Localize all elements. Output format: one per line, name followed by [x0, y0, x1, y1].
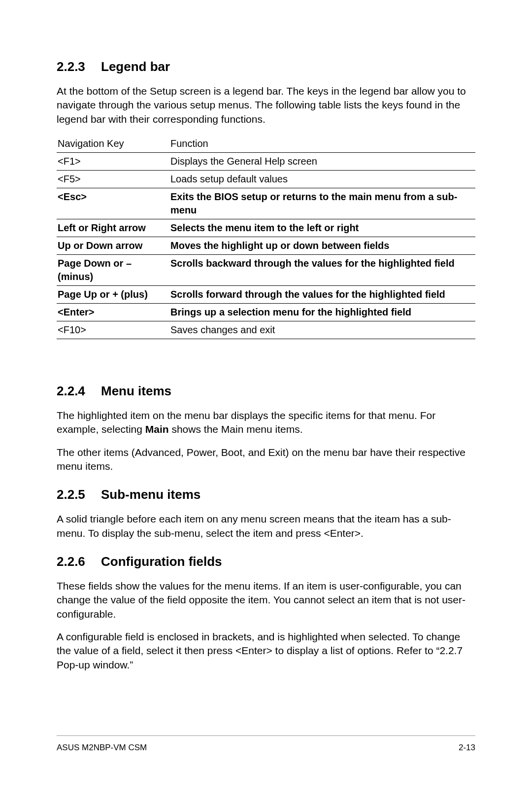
- func-cell: Scrolls forward through the values for t…: [169, 286, 475, 304]
- table-header-row: Navigation Key Function: [57, 135, 475, 153]
- key-cell: Page Down or – (minus): [57, 255, 169, 286]
- footer-divider: [57, 735, 475, 736]
- heading-225-title: Sub-menu items: [101, 487, 200, 502]
- footer-product-name: ASUS M2NBP-VM CSM: [57, 743, 147, 753]
- heading-224: 2.2.4Menu items: [57, 384, 475, 399]
- table-row: <F1> Displays the General Help screen: [57, 153, 475, 171]
- table-header-key: Navigation Key: [57, 135, 169, 153]
- key-cell: <F10>: [57, 321, 169, 339]
- func-cell: Displays the General Help screen: [169, 153, 475, 171]
- table-row: <F10> Saves changes and exit: [57, 321, 475, 339]
- func-cell: Scrolls backward through the values for …: [169, 255, 475, 286]
- heading-224-number: 2.2.4: [57, 384, 101, 399]
- paragraph-226-2: A configurable field is enclosed in brac…: [57, 630, 475, 672]
- key-cell: Up or Down arrow: [57, 237, 169, 255]
- heading-226-title: Configuration fields: [101, 554, 222, 569]
- footer-page-number: 2-13: [459, 743, 475, 753]
- func-cell: Exits the BIOS setup or returns to the m…: [169, 188, 475, 219]
- heading-225: 2.2.5Sub-menu items: [57, 487, 475, 502]
- heading-226: 2.2.6Configuration fields: [57, 554, 475, 569]
- key-cell: <F1>: [57, 153, 169, 171]
- table-header-func: Function: [169, 135, 475, 153]
- heading-225-number: 2.2.5: [57, 487, 101, 502]
- func-cell: Brings up a selection menu for the highl…: [169, 304, 475, 321]
- table-row: Page Up or + (plus) Scrolls forward thro…: [57, 286, 475, 304]
- table-row: Left or Right arrow Selects the menu ite…: [57, 219, 475, 237]
- table-row: Page Down or – (minus) Scrolls backward …: [57, 255, 475, 286]
- heading-224-title: Menu items: [101, 384, 171, 398]
- table-row: <F5> Loads setup default values: [57, 171, 475, 188]
- func-cell: Selects the menu item to the left or rig…: [169, 219, 475, 237]
- navigation-keys-table: Navigation Key Function <F1> Displays th…: [57, 135, 475, 339]
- table-row: <Enter> Brings up a selection menu for t…: [57, 304, 475, 321]
- key-cell: Page Up or + (plus): [57, 286, 169, 304]
- paragraph-223-intro: At the bottom of the Setup screen is a l…: [57, 84, 475, 126]
- func-cell: Moves the highlight up or down between f…: [169, 237, 475, 255]
- key-cell: <F5>: [57, 171, 169, 188]
- func-cell: Saves changes and exit: [169, 321, 475, 339]
- paragraph-225-1: A solid triangle before each item on any…: [57, 512, 475, 540]
- heading-223-title: Legend bar: [101, 59, 170, 74]
- table-row: <Esc> Exits the BIOS setup or returns to…: [57, 188, 475, 219]
- paragraph-224-2: The other items (Advanced, Power, Boot, …: [57, 446, 475, 474]
- key-cell: Left or Right arrow: [57, 219, 169, 237]
- key-cell: <Enter>: [57, 304, 169, 321]
- main-bold: Main: [145, 423, 169, 435]
- key-cell: <Esc>: [57, 188, 169, 219]
- func-cell: Loads setup default values: [169, 171, 475, 188]
- heading-226-number: 2.2.6: [57, 554, 101, 569]
- paragraph-226-1: These fields show the values for the men…: [57, 579, 475, 621]
- page-footer: ASUS M2NBP-VM CSM 2-13: [57, 735, 475, 753]
- text-span: shows the Main menu items.: [169, 423, 303, 435]
- heading-223-number: 2.2.3: [57, 59, 101, 74]
- paragraph-224-1: The highlighted item on the menu bar dis…: [57, 409, 475, 437]
- heading-223: 2.2.3Legend bar: [57, 59, 475, 74]
- table-row: Up or Down arrow Moves the highlight up …: [57, 237, 475, 255]
